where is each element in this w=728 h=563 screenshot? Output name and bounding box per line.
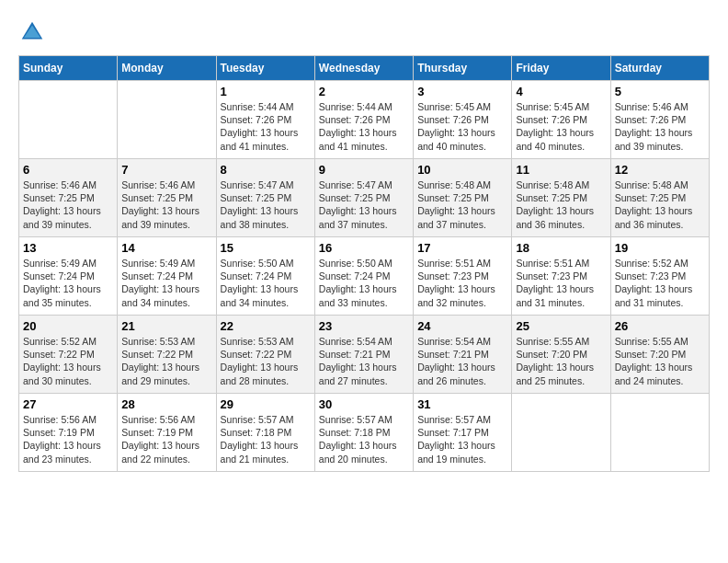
day-info: Sunrise: 5:52 AM Sunset: 7:22 PM Dayligh… — [23, 335, 113, 387]
week-row-5: 27Sunrise: 5:56 AM Sunset: 7:19 PM Dayli… — [19, 394, 710, 472]
calendar-cell — [610, 394, 709, 472]
logo-icon — [18, 18, 46, 46]
day-info: Sunrise: 5:56 AM Sunset: 7:19 PM Dayligh… — [23, 413, 113, 465]
day-info: Sunrise: 5:53 AM Sunset: 7:22 PM Dayligh… — [221, 335, 311, 387]
calendar-cell: 3Sunrise: 5:45 AM Sunset: 7:26 PM Daylig… — [414, 81, 512, 159]
calendar-cell: 26Sunrise: 5:55 AM Sunset: 7:20 PM Dayli… — [610, 316, 709, 394]
calendar-cell: 17Sunrise: 5:51 AM Sunset: 7:23 PM Dayli… — [414, 237, 512, 316]
day-info: Sunrise: 5:52 AM Sunset: 7:23 PM Dayligh… — [615, 257, 705, 309]
day-number: 7 — [121, 163, 211, 177]
calendar-cell: 31Sunrise: 5:57 AM Sunset: 7:17 PM Dayli… — [414, 394, 512, 472]
calendar-cell: 12Sunrise: 5:48 AM Sunset: 7:25 PM Dayli… — [610, 159, 709, 237]
weekday-header-monday: Monday — [118, 56, 216, 81]
day-number: 9 — [319, 163, 409, 177]
calendar-cell: 13Sunrise: 5:49 AM Sunset: 7:24 PM Dayli… — [19, 237, 118, 316]
calendar-cell: 6Sunrise: 5:46 AM Sunset: 7:25 PM Daylig… — [19, 159, 118, 237]
calendar-cell: 5Sunrise: 5:46 AM Sunset: 7:26 PM Daylig… — [610, 81, 709, 159]
day-info: Sunrise: 5:48 AM Sunset: 7:25 PM Dayligh… — [516, 178, 606, 231]
day-info: Sunrise: 5:51 AM Sunset: 7:23 PM Dayligh… — [417, 257, 507, 309]
day-info: Sunrise: 5:49 AM Sunset: 7:24 PM Dayligh… — [121, 257, 211, 309]
calendar-cell: 8Sunrise: 5:47 AM Sunset: 7:25 PM Daylig… — [216, 159, 314, 237]
week-row-1: 1Sunrise: 5:44 AM Sunset: 7:26 PM Daylig… — [19, 81, 710, 159]
day-number: 6 — [23, 163, 113, 177]
day-info: Sunrise: 5:54 AM Sunset: 7:21 PM Dayligh… — [417, 335, 507, 387]
calendar-cell: 16Sunrise: 5:50 AM Sunset: 7:24 PM Dayli… — [314, 237, 413, 316]
calendar-cell: 28Sunrise: 5:56 AM Sunset: 7:19 PM Dayli… — [118, 394, 216, 472]
day-info: Sunrise: 5:48 AM Sunset: 7:25 PM Dayligh… — [417, 178, 507, 231]
day-number: 17 — [417, 241, 507, 255]
day-info: Sunrise: 5:49 AM Sunset: 7:24 PM Dayligh… — [23, 257, 113, 309]
calendar-cell: 24Sunrise: 5:54 AM Sunset: 7:21 PM Dayli… — [414, 316, 512, 394]
day-info: Sunrise: 5:57 AM Sunset: 7:18 PM Dayligh… — [319, 413, 409, 465]
day-number: 23 — [319, 319, 409, 333]
day-info: Sunrise: 5:48 AM Sunset: 7:25 PM Dayligh… — [615, 178, 705, 231]
calendar-cell — [512, 394, 610, 472]
day-number: 30 — [319, 397, 409, 411]
day-info: Sunrise: 5:57 AM Sunset: 7:18 PM Dayligh… — [221, 413, 311, 465]
calendar-cell — [19, 81, 118, 159]
day-info: Sunrise: 5:47 AM Sunset: 7:25 PM Dayligh… — [221, 178, 311, 231]
day-number: 21 — [121, 319, 211, 333]
calendar-cell: 20Sunrise: 5:52 AM Sunset: 7:22 PM Dayli… — [19, 316, 118, 394]
weekday-header-saturday: Saturday — [610, 56, 709, 81]
calendar-cell: 11Sunrise: 5:48 AM Sunset: 7:25 PM Dayli… — [512, 159, 610, 237]
day-info: Sunrise: 5:54 AM Sunset: 7:21 PM Dayligh… — [319, 335, 409, 387]
day-number: 13 — [23, 241, 113, 255]
day-number: 11 — [516, 163, 606, 177]
day-info: Sunrise: 5:56 AM Sunset: 7:19 PM Dayligh… — [121, 413, 211, 465]
calendar-table: SundayMondayTuesdayWednesdayThursdayFrid… — [18, 55, 710, 472]
weekday-header-tuesday: Tuesday — [216, 56, 314, 81]
calendar-cell: 18Sunrise: 5:51 AM Sunset: 7:23 PM Dayli… — [512, 237, 610, 316]
calendar-cell: 21Sunrise: 5:53 AM Sunset: 7:22 PM Dayli… — [118, 316, 216, 394]
calendar-cell: 23Sunrise: 5:54 AM Sunset: 7:21 PM Dayli… — [314, 316, 413, 394]
day-info: Sunrise: 5:44 AM Sunset: 7:26 PM Dayligh… — [319, 100, 409, 153]
day-number: 26 — [615, 319, 705, 333]
day-number: 29 — [221, 397, 311, 411]
day-number: 2 — [319, 85, 409, 98]
day-info: Sunrise: 5:46 AM Sunset: 7:26 PM Dayligh… — [615, 100, 705, 153]
day-number: 20 — [23, 319, 113, 333]
calendar-cell: 25Sunrise: 5:55 AM Sunset: 7:20 PM Dayli… — [512, 316, 610, 394]
day-number: 10 — [417, 163, 507, 177]
weekday-header-row: SundayMondayTuesdayWednesdayThursdayFrid… — [19, 56, 710, 81]
day-info: Sunrise: 5:45 AM Sunset: 7:26 PM Dayligh… — [417, 100, 507, 153]
day-info: Sunrise: 5:50 AM Sunset: 7:24 PM Dayligh… — [221, 257, 311, 309]
day-number: 1 — [221, 85, 311, 98]
calendar-cell: 22Sunrise: 5:53 AM Sunset: 7:22 PM Dayli… — [216, 316, 314, 394]
week-row-3: 13Sunrise: 5:49 AM Sunset: 7:24 PM Dayli… — [19, 237, 710, 316]
day-number: 22 — [221, 319, 311, 333]
day-number: 5 — [615, 85, 705, 98]
day-info: Sunrise: 5:45 AM Sunset: 7:26 PM Dayligh… — [516, 100, 606, 153]
calendar-cell: 1Sunrise: 5:44 AM Sunset: 7:26 PM Daylig… — [216, 81, 314, 159]
day-info: Sunrise: 5:57 AM Sunset: 7:17 PM Dayligh… — [417, 413, 507, 465]
calendar-cell: 27Sunrise: 5:56 AM Sunset: 7:19 PM Dayli… — [19, 394, 118, 472]
day-number: 28 — [121, 397, 211, 411]
day-info: Sunrise: 5:53 AM Sunset: 7:22 PM Dayligh… — [121, 335, 211, 387]
day-number: 31 — [417, 397, 507, 411]
calendar-cell: 19Sunrise: 5:52 AM Sunset: 7:23 PM Dayli… — [610, 237, 709, 316]
day-number: 12 — [615, 163, 705, 177]
day-info: Sunrise: 5:55 AM Sunset: 7:20 PM Dayligh… — [516, 335, 606, 387]
day-number: 24 — [417, 319, 507, 333]
calendar-cell: 14Sunrise: 5:49 AM Sunset: 7:24 PM Dayli… — [118, 237, 216, 316]
day-number: 8 — [221, 163, 311, 177]
weekday-header-thursday: Thursday — [414, 56, 512, 81]
calendar-cell: 15Sunrise: 5:50 AM Sunset: 7:24 PM Dayli… — [216, 237, 314, 316]
day-number: 14 — [121, 241, 211, 255]
day-number: 18 — [516, 241, 606, 255]
page-header — [18, 18, 710, 46]
calendar-cell: 7Sunrise: 5:46 AM Sunset: 7:25 PM Daylig… — [118, 159, 216, 237]
calendar-cell — [118, 81, 216, 159]
day-info: Sunrise: 5:47 AM Sunset: 7:25 PM Dayligh… — [319, 178, 409, 231]
week-row-4: 20Sunrise: 5:52 AM Sunset: 7:22 PM Dayli… — [19, 316, 710, 394]
weekday-header-friday: Friday — [512, 56, 610, 81]
weekday-header-wednesday: Wednesday — [314, 56, 413, 81]
day-info: Sunrise: 5:51 AM Sunset: 7:23 PM Dayligh… — [516, 257, 606, 309]
calendar-cell: 4Sunrise: 5:45 AM Sunset: 7:26 PM Daylig… — [512, 81, 610, 159]
day-number: 4 — [516, 85, 606, 98]
day-number: 16 — [319, 241, 409, 255]
calendar-cell: 2Sunrise: 5:44 AM Sunset: 7:26 PM Daylig… — [314, 81, 413, 159]
day-info: Sunrise: 5:46 AM Sunset: 7:25 PM Dayligh… — [23, 178, 113, 231]
day-number: 15 — [221, 241, 311, 255]
calendar-cell: 10Sunrise: 5:48 AM Sunset: 7:25 PM Dayli… — [414, 159, 512, 237]
